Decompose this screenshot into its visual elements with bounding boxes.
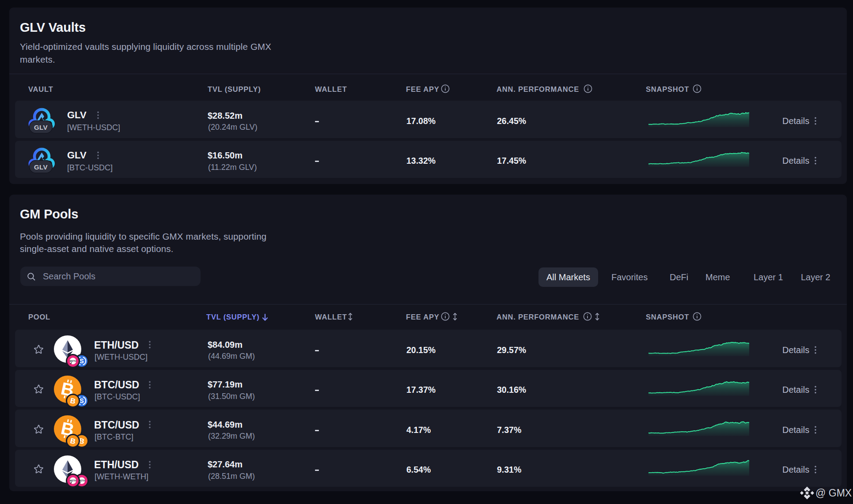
svg-text:GLV: GLV — [34, 123, 48, 131]
svg-text:WETH: WETH — [69, 360, 76, 362]
svg-text:WETH: WETH — [69, 480, 76, 482]
svg-text:S: S — [80, 397, 83, 404]
svg-text:S: S — [80, 357, 83, 365]
svg-text:GLV: GLV — [34, 163, 48, 171]
